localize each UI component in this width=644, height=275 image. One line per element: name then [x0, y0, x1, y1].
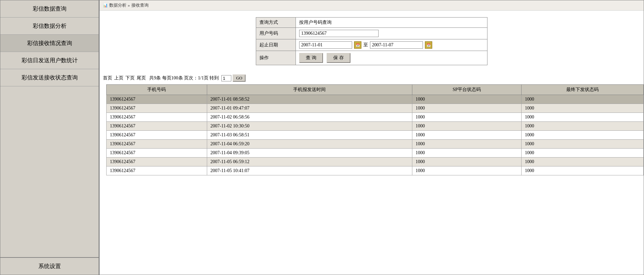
user-code-label: 用户号码: [256, 28, 296, 39]
table-row: 139061245672007-11-05 06:59:1210001000: [107, 158, 644, 166]
table-cell: 1000: [522, 149, 644, 158]
table-cell: 13906124567: [107, 131, 207, 140]
table-row: 139061245672007-11-02 10:30:5010001000: [107, 122, 644, 131]
date-row: 📅 至 📅: [299, 41, 484, 49]
form-row-query-type: 查询方式 按用户号码查询: [256, 18, 487, 28]
table-cell: 13906124567: [107, 104, 207, 113]
table-row: 139061245672007-11-05 10:41:0710001000: [107, 166, 644, 175]
table-header: 手机号码 手机报发送时间 SP平台状态码 最终下发状态码: [107, 85, 644, 95]
sidebar-item-system-settings[interactable]: 系统设置: [0, 257, 99, 275]
table-cell: 1000: [412, 104, 521, 113]
sidebar-item-mms-daily[interactable]: 彩信日发送用户数统计: [0, 52, 99, 69]
table-cell: 13906124567: [107, 95, 207, 104]
page-info: 共9条 每页100条 页次：1/1页 转到: [149, 75, 219, 81]
breadcrumb-text1: 数据分析: [109, 2, 126, 8]
form-row-date: 起止日期 📅 至 📅: [256, 39, 487, 51]
table-cell: 1000: [522, 140, 644, 149]
last-page-link[interactable]: 尾页: [137, 75, 146, 81]
table-cell: 2007-11-05 06:59:12: [207, 158, 412, 166]
query-type-label: 查询方式: [256, 18, 296, 28]
data-table: 手机号码 手机报发送时间 SP平台状态码 最终下发状态码 13906124567…: [106, 84, 644, 175]
table-cell: 1000: [412, 140, 521, 149]
sidebar-item-mms-status[interactable]: 彩信发送接收状态查询: [0, 69, 99, 86]
user-code-input[interactable]: [299, 30, 379, 37]
sidebar-item-mms-receive[interactable]: 彩信接收情况查询: [0, 35, 99, 52]
table-cell: 2007-11-04 09:39:05: [207, 149, 412, 158]
table-cell: 2007-11-02 10:30:50: [207, 122, 412, 131]
table-cell: 1000: [522, 158, 644, 166]
table-row: 139061245672007-11-01 09:47:0710001000: [107, 104, 644, 113]
table-cell: 1000: [412, 166, 521, 175]
sidebar-item-mms-analysis[interactable]: 彩信数据分析: [0, 18, 99, 35]
date-end-calendar-button[interactable]: 📅: [425, 41, 432, 49]
save-button[interactable]: 保 存: [327, 53, 350, 63]
table-cell: 1000: [522, 131, 644, 140]
date-range-label: 起止日期: [256, 39, 296, 51]
date-separator: 至: [363, 42, 368, 48]
go-button[interactable]: GO: [233, 74, 246, 82]
form-row-user-code: 用户号码: [256, 28, 487, 39]
date-start-calendar-button[interactable]: 📅: [354, 41, 361, 49]
table-cell: 1000: [522, 95, 644, 104]
table-cell: 1000: [522, 122, 644, 131]
col-header-sp-code: SP平台状态码: [412, 85, 521, 95]
table-cell: 13906124567: [107, 158, 207, 166]
table-cell: 1000: [412, 122, 521, 131]
table-cell: 13906124567: [107, 140, 207, 149]
query-type-value: 按用户号码查询: [296, 18, 487, 28]
table-body: 139061245672007-11-01 08:58:521000100013…: [107, 95, 644, 175]
table-cell: 13906124567: [107, 122, 207, 131]
sidebar: 彩信数据查询 彩信数据分析 彩信接收情况查询 彩信日发送用户数统计 彩信发送接收…: [0, 0, 100, 275]
table-cell: 13906124567: [107, 166, 207, 175]
query-form: 查询方式 按用户号码查询 用户号码 起止日期: [256, 17, 487, 65]
query-type-display: 按用户号码查询: [299, 20, 332, 25]
date-start-input[interactable]: [299, 41, 352, 49]
table-cell: 1000: [522, 113, 644, 122]
table-cell: 1000: [522, 104, 644, 113]
breadcrumb: 📊 数据分析 » 接收查询: [100, 0, 644, 11]
table-row: 139061245672007-11-04 06:59:2010001000: [107, 140, 644, 149]
query-button[interactable]: 查 询: [299, 53, 323, 63]
operation-cell: 查 询 保 存: [296, 51, 487, 65]
table-cell: 13906124567: [107, 113, 207, 122]
form-area: 查询方式 按用户号码查询 用户号码 起止日期: [100, 11, 644, 72]
breadcrumb-separator: »: [128, 3, 130, 8]
table-row: 139061245672007-11-03 06:58:5110001000: [107, 131, 644, 140]
table-cell: 2007-11-02 06:58:56: [207, 113, 412, 122]
sidebar-item-mms-query[interactable]: 彩信数据查询: [0, 0, 99, 18]
table-row: 139061245672007-11-02 06:58:5610001000: [107, 113, 644, 122]
pagination-bar: 首页 上页 下页 尾页 共9条 每页100条 页次：1/1页 转到 GO: [100, 72, 644, 84]
data-table-wrapper: 手机号码 手机报发送时间 SP平台状态码 最终下发状态码 13906124567…: [100, 84, 644, 175]
table-cell: 1000: [522, 166, 644, 175]
table-header-row: 手机号码 手机报发送时间 SP平台状态码 最终下发状态码: [107, 85, 644, 95]
table-cell: 2007-11-01 09:47:07: [207, 104, 412, 113]
page-number-input[interactable]: [221, 75, 231, 81]
breadcrumb-icon: 📊: [103, 3, 108, 8]
main-content: 📊 数据分析 » 接收查询 查询方式 按用户号码查询 用户号码: [100, 0, 644, 275]
user-code-cell: [296, 28, 487, 39]
table-cell: 1000: [412, 131, 521, 140]
date-end-input[interactable]: [370, 41, 423, 49]
table-cell: 1000: [412, 149, 521, 158]
col-header-final-code: 最终下发状态码: [522, 85, 644, 95]
table-cell: 1000: [412, 95, 521, 104]
table-cell: 2007-11-05 10:41:07: [207, 166, 412, 175]
table-cell: 1000: [412, 158, 521, 166]
date-range-cell: 📅 至 📅: [296, 39, 487, 51]
table-cell: 13906124567: [107, 149, 207, 158]
sidebar-spacer: [0, 86, 99, 257]
next-page-link[interactable]: 下页: [125, 75, 135, 81]
first-page-link[interactable]: 首页: [103, 75, 112, 81]
table-cell: 2007-11-04 06:59:20: [207, 140, 412, 149]
col-header-phone: 手机号码: [107, 85, 207, 95]
table-cell: 2007-11-03 06:58:51: [207, 131, 412, 140]
table-cell: 1000: [412, 113, 521, 122]
table-row: 139061245672007-11-01 08:58:5210001000: [107, 95, 644, 104]
col-header-time: 手机报发送时间: [207, 85, 412, 95]
breadcrumb-text2: 接收查询: [131, 2, 149, 8]
table-cell: 2007-11-01 08:58:52: [207, 95, 412, 104]
prev-page-link[interactable]: 上页: [114, 75, 123, 81]
operation-label: 操作: [256, 51, 296, 65]
form-row-operation: 操作 查 询 保 存: [256, 51, 487, 65]
table-row: 139061245672007-11-04 09:39:0510001000: [107, 149, 644, 158]
